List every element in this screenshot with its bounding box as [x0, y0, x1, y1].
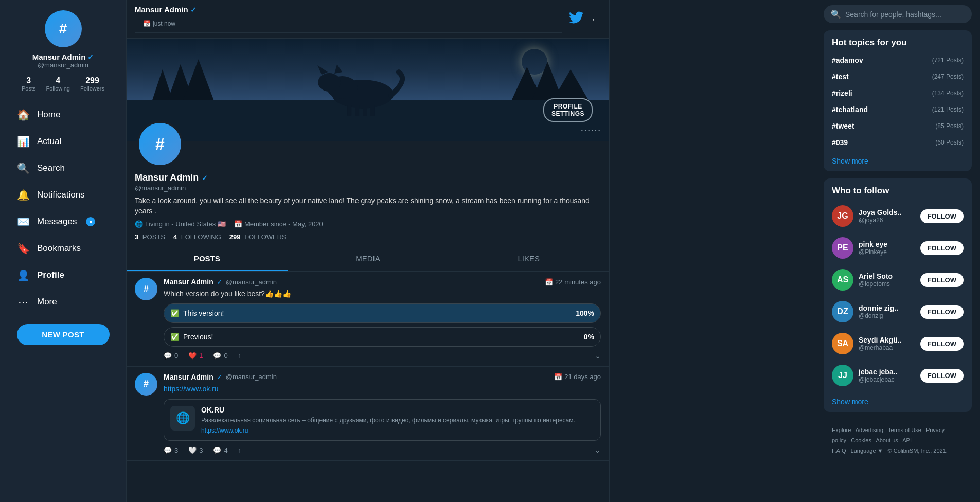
heart-icon-2: 🤍 — [188, 446, 197, 454]
follow-button-5[interactable]: FOLLOW — [920, 337, 964, 351]
sidebar-item-search[interactable]: 🔍 Search — [8, 155, 118, 181]
footer-explore[interactable]: Explore — [832, 427, 851, 433]
post-2-link[interactable]: https://www.ok.ru — [164, 385, 219, 393]
follow-avatar-2: PE — [832, 237, 853, 259]
post-1-more-action[interactable]: ⌄ — [595, 352, 601, 360]
follow-info-2: pink eye @Pinkeye — [859, 240, 915, 256]
stat-posts-num: 3 — [22, 76, 36, 85]
sidebar-item-profile[interactable]: 👤 Profile — [8, 262, 118, 288]
profile-tabs: POSTS MEDIA LIKES — [127, 247, 609, 272]
follow-button-1[interactable]: FOLLOW — [920, 209, 964, 223]
poll-label-2: Previous! — [183, 333, 584, 341]
topic-item-4[interactable]: #tchatland (121 Posts) — [824, 101, 972, 118]
post-1-comment-count: 0 — [174, 352, 178, 360]
cover-image — [127, 39, 609, 141]
post-1-retweet-action[interactable]: 💬 0 — [213, 352, 227, 360]
footer-copyright: © ColibriSM, Inc., 2021. — [888, 447, 948, 454]
post-2-more-action[interactable]: ⌄ — [595, 446, 601, 454]
calendar-meta-icon: 📅 — [234, 220, 242, 228]
hot-topics-widget: Hot topics for you #adamov (721 Posts) #… — [824, 30, 972, 171]
post-1-share-action[interactable]: ↑ — [238, 352, 242, 360]
show-more-topics-link[interactable]: Show more — [824, 151, 972, 171]
comment-icon-1: 💬 — [164, 352, 172, 360]
profile-following-label: FOLLOWING — [181, 233, 221, 241]
sidebar-item-home[interactable]: 🏠 Home — [8, 102, 118, 128]
sidebar-item-actual[interactable]: 📊 Actual — [8, 129, 118, 154]
link-card-url[interactable]: https://www.ok.ru — [201, 427, 575, 434]
show-more-follow-link[interactable]: Show more — [824, 391, 972, 412]
post-1-like-count: 1 — [199, 352, 203, 360]
profile-name-row: Mansur Admin ✓ — [135, 172, 601, 183]
new-post-button[interactable]: NEW POST — [17, 324, 110, 345]
svg-point-9 — [318, 73, 341, 92]
clock-icon-2: 📅 — [554, 373, 562, 381]
profile-icon: 👤 — [16, 268, 30, 282]
profile-top-name-text: Mansur Admin — [135, 5, 188, 14]
post-1-actions: 💬 0 ❤️ 1 💬 0 ↑ ⌄ — [164, 352, 601, 360]
follow-item-5: SA Seydi Akgü.. @merhabaa FOLLOW — [824, 328, 972, 360]
follow-button-3[interactable]: FOLLOW — [920, 273, 964, 287]
post-2-like-action[interactable]: 🤍 3 — [188, 446, 203, 454]
profile-avatar-wrapper: # — [137, 121, 183, 167]
tab-media[interactable]: MEDIA — [288, 247, 449, 271]
poll-option-2[interactable]: ✅ Previous! 0% — [164, 327, 601, 347]
location-icon: 🌐 — [135, 220, 143, 228]
tab-likes[interactable]: LIKES — [448, 247, 609, 271]
post-2-comment-action[interactable]: 💬 3 — [164, 446, 178, 454]
profile-settings-button[interactable]: PROFILE SETTINGS — [543, 98, 593, 122]
post-1-avatar: # — [135, 278, 157, 300]
post-2-share-action[interactable]: ↑ — [238, 446, 242, 454]
topic-item-3[interactable]: #rizeli (134 Posts) — [824, 85, 972, 101]
follow-avatar-3: AS — [832, 269, 853, 291]
profile-name: Mansur Admin — [135, 172, 199, 183]
post-2-retweet-action[interactable]: 💬 4 — [213, 446, 227, 454]
post-2-body: Mansur Admin ✓ @mansur_admin 📅 21 days a… — [164, 373, 601, 454]
post-1-body: Mansur Admin ✓ @mansur_admin 📅 22 minute… — [164, 278, 601, 360]
footer-advertising[interactable]: Advertising — [856, 427, 883, 433]
topic-item-1[interactable]: #adamov (721 Posts) — [824, 52, 972, 68]
poll-option-1[interactable]: ✅ This version! 100% — [164, 303, 601, 323]
topic-count-5: (85 Posts) — [935, 122, 964, 130]
profile-top-bar: Mansur Admin ✓ 📅 just now ← — [127, 0, 609, 39]
sidebar-nav: 🏠 Home 📊 Actual 🔍 Search 🔔 Notifications… — [0, 102, 126, 316]
sidebar-item-messages[interactable]: ✉️ Messages ● — [8, 209, 118, 235]
topic-item-5[interactable]: #tweet (85 Posts) — [824, 118, 972, 134]
retweet-icon-1: 💬 — [213, 352, 221, 360]
home-icon: 🏠 — [16, 108, 30, 121]
profile-top-time: just now — [153, 20, 175, 27]
back-button[interactable]: ← — [591, 13, 601, 25]
stat-followers-num: 299 — [80, 76, 104, 85]
footer-terms[interactable]: Terms of Use — [888, 427, 921, 433]
post-1-like-action[interactable]: ❤️ 1 — [188, 352, 203, 360]
topic-item-6[interactable]: #039 (60 Posts) — [824, 134, 972, 151]
post-1-comment-action[interactable]: 💬 0 — [164, 352, 178, 360]
topic-item-2[interactable]: #test (247 Posts) — [824, 68, 972, 85]
footer-language[interactable]: Language ▼ — [851, 447, 883, 454]
follow-button-2[interactable]: FOLLOW — [920, 241, 964, 255]
who-to-follow-widget: Who to follow JG Joya Golds.. @joya26 FO… — [824, 178, 972, 412]
profile-member-since: 📅 Member since - May, 2020 — [234, 220, 323, 228]
footer-faq[interactable]: F.A.Q — [832, 447, 846, 454]
footer-cookies[interactable]: Cookies — [851, 437, 871, 443]
search-input[interactable] — [845, 10, 965, 19]
footer-api[interactable]: API — [902, 437, 912, 443]
sidebar-item-bookmarks[interactable]: 🔖 Bookmarks — [8, 236, 118, 261]
sidebar-item-bookmarks-label: Bookmarks — [37, 243, 81, 254]
comment-icon-2: 💬 — [164, 446, 172, 454]
sidebar-item-notifications[interactable]: 🔔 Notifications — [8, 182, 118, 208]
tab-posts[interactable]: POSTS — [127, 247, 288, 271]
footer-about[interactable]: About us — [876, 437, 898, 443]
sidebar-item-more[interactable]: ⋯ More — [8, 289, 118, 315]
post-2-header: Mansur Admin ✓ @mansur_admin 📅 21 days a… — [164, 373, 601, 381]
follow-handle-4: @donzig — [859, 312, 915, 319]
topic-tag-6: #039 — [832, 138, 848, 147]
search-bar[interactable]: 🔍 — [824, 5, 972, 23]
bookmarks-icon: 🔖 — [16, 242, 30, 255]
svg-rect-12 — [347, 105, 351, 116]
profile-grid-button[interactable]: ⋯⋯ — [580, 124, 601, 136]
follow-button-6[interactable]: FOLLOW — [920, 369, 964, 383]
follow-button-4[interactable]: FOLLOW — [920, 305, 964, 319]
post-2-link-text: https://www.ok.ru — [164, 384, 601, 395]
share-icon-2: ↑ — [238, 446, 242, 454]
link-card[interactable]: 🌐 OK.RU Развлекательная социальная сеть … — [164, 399, 601, 441]
